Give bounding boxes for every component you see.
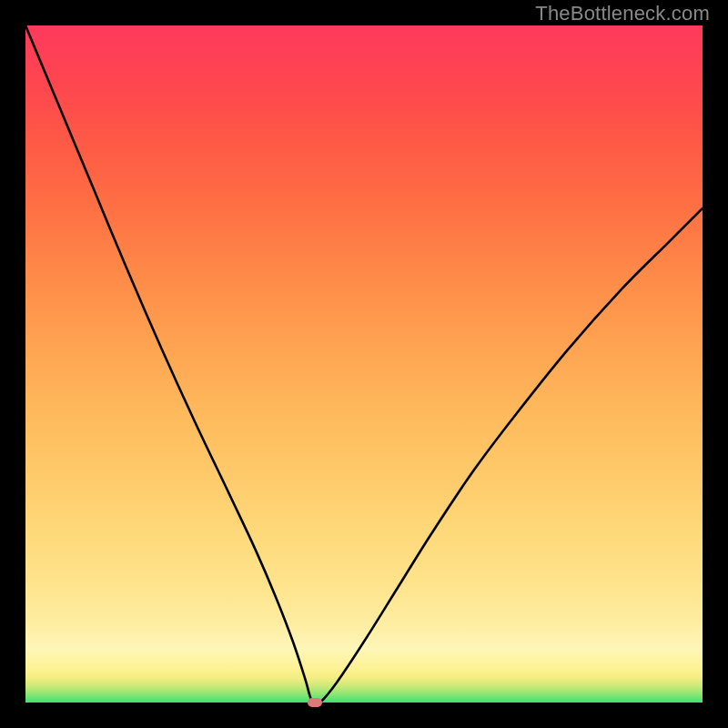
bottleneck-curve xyxy=(25,25,703,704)
optimum-marker xyxy=(308,698,322,707)
chart-frame: TheBottleneck.com xyxy=(0,0,728,728)
chart-plot-area xyxy=(25,25,703,703)
chart-curve-svg xyxy=(25,25,703,703)
watermark-text: TheBottleneck.com xyxy=(535,2,710,25)
